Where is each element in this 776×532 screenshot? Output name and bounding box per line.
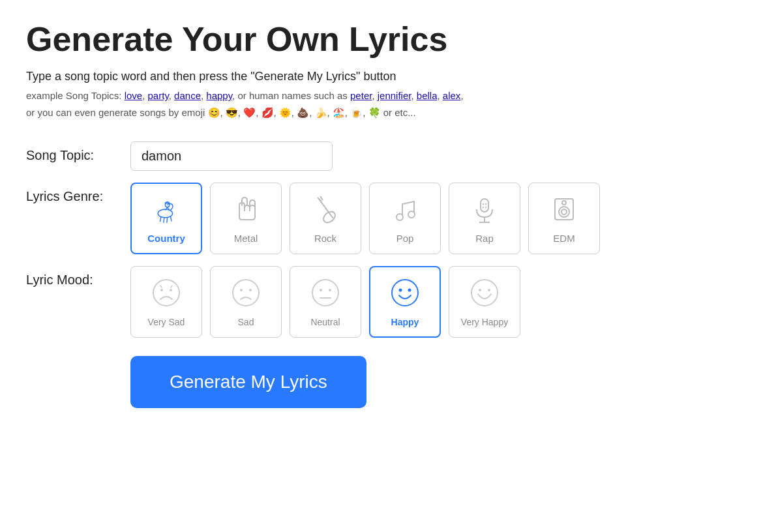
svg-point-17	[483, 203, 485, 205]
mood-card-happy[interactable]: Happy	[369, 266, 441, 338]
mood-label-happy: Happy	[391, 317, 419, 327]
example-link-dance[interactable]: dance	[174, 90, 201, 101]
svg-point-32	[320, 289, 322, 291]
mood-card-very-happy[interactable]: Very Happy	[449, 266, 520, 338]
example-link-love[interactable]: love	[125, 90, 143, 101]
country-icon	[151, 194, 182, 229]
lyric-mood-row: Lyric Mood: Very Sad	[26, 266, 750, 338]
rock-icon	[310, 194, 341, 229]
genre-label-pop: Pop	[396, 233, 414, 244]
svg-point-36	[399, 288, 402, 291]
svg-line-4	[170, 216, 172, 221]
example-link-party[interactable]: party	[148, 90, 169, 101]
svg-point-25	[153, 280, 179, 306]
genre-card-metal[interactable]: Metal	[210, 183, 282, 254]
edm-icon	[548, 194, 580, 229]
svg-rect-14	[481, 199, 488, 212]
svg-point-18	[485, 203, 487, 205]
genre-grid: Country Metal	[130, 183, 600, 254]
example-link-bella[interactable]: bella	[417, 90, 438, 101]
genre-card-rap[interactable]: Rap	[449, 183, 520, 254]
happy-icon	[389, 277, 421, 313]
svg-line-10	[320, 196, 323, 200]
neutral-icon	[310, 277, 341, 313]
genre-card-rock[interactable]: Rock	[290, 183, 361, 254]
svg-point-22	[559, 207, 569, 217]
example-link-alex[interactable]: alex	[443, 90, 461, 101]
mood-card-very-sad[interactable]: Very Sad	[130, 266, 202, 338]
genre-label-edm: EDM	[553, 233, 575, 244]
lyrics-genre-label: Lyrics Genre:	[26, 183, 130, 204]
svg-point-38	[471, 280, 498, 306]
svg-point-37	[408, 288, 411, 291]
example-link-jennifier[interactable]: jennifier	[378, 90, 411, 101]
svg-line-3	[167, 217, 168, 222]
svg-point-39	[479, 289, 481, 291]
svg-point-23	[561, 209, 567, 214]
svg-line-1	[160, 216, 161, 222]
genre-label-rap: Rap	[475, 233, 494, 244]
mood-card-neutral[interactable]: Neutral	[290, 266, 361, 338]
song-topic-input[interactable]	[130, 141, 333, 171]
svg-point-8	[321, 209, 337, 225]
svg-point-13	[408, 211, 415, 218]
sad-icon	[230, 277, 261, 313]
subtitle: Type a song topic word and then press th…	[26, 70, 750, 83]
svg-point-30	[249, 289, 252, 291]
mood-label-sad: Sad	[238, 317, 254, 327]
svg-point-12	[396, 214, 403, 220]
svg-point-26	[160, 289, 163, 291]
song-topic-label: Song Topic:	[26, 141, 130, 163]
svg-point-27	[170, 289, 172, 291]
genre-card-pop[interactable]: Pop	[369, 183, 441, 254]
genre-label-rock: Rock	[314, 233, 336, 244]
rap-icon	[469, 194, 500, 229]
metal-icon	[230, 194, 261, 229]
svg-point-33	[329, 289, 331, 291]
svg-point-19	[483, 206, 485, 208]
genre-card-country[interactable]: Country	[130, 183, 202, 254]
very-sad-icon	[151, 277, 182, 313]
genre-label-metal: Metal	[234, 233, 258, 244]
generate-button[interactable]: Generate My Lyrics	[130, 356, 366, 408]
example-link-happy[interactable]: happy	[206, 90, 232, 101]
svg-point-31	[312, 280, 338, 306]
lyric-mood-label: Lyric Mood:	[26, 266, 130, 288]
svg-point-28	[233, 280, 259, 306]
page-title: Generate Your Own Lyrics	[26, 21, 750, 58]
mood-label-very-happy: Very Happy	[461, 317, 508, 327]
examples-text: example Song Topics: love, party, dance,…	[26, 87, 750, 121]
svg-point-40	[488, 289, 490, 291]
mood-label-very-sad: Very Sad	[148, 317, 185, 327]
very-happy-icon	[469, 277, 500, 313]
svg-point-29	[240, 289, 243, 291]
svg-point-35	[392, 280, 418, 306]
genre-card-edm[interactable]: EDM	[528, 183, 600, 254]
song-topic-row: Song Topic:	[26, 141, 750, 171]
mood-card-sad[interactable]: Sad	[210, 266, 282, 338]
svg-line-2	[164, 217, 164, 222]
pop-icon	[389, 194, 421, 229]
mood-label-neutral: Neutral	[310, 317, 340, 327]
svg-point-24	[562, 201, 566, 205]
svg-point-20	[485, 206, 487, 208]
mood-grid: Very Sad Sad	[130, 266, 520, 338]
lyrics-genre-row: Lyrics Genre:	[26, 183, 750, 254]
genre-label-country: Country	[147, 233, 185, 244]
example-link-peter[interactable]: peter	[350, 90, 372, 101]
